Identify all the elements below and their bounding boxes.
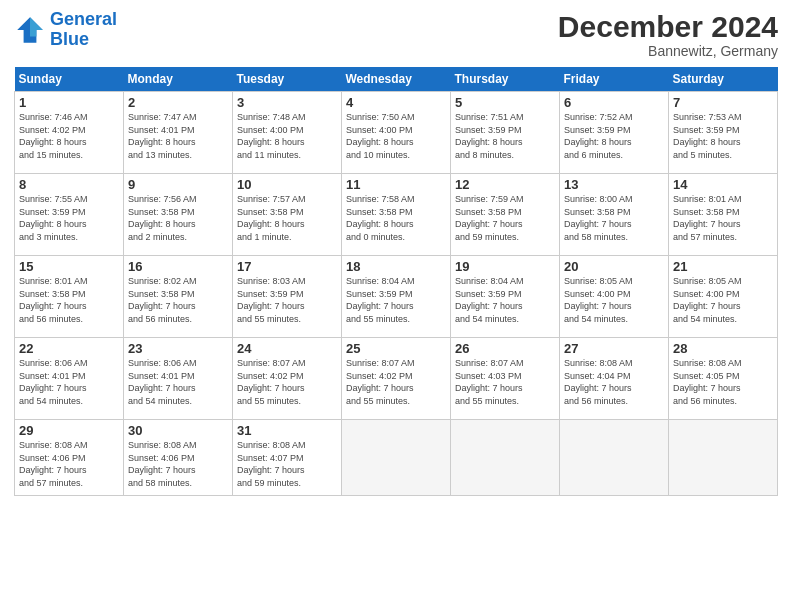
day-info: Sunrise: 7:52 AMSunset: 3:59 PMDaylight:… <box>564 111 664 161</box>
day-info: Sunrise: 8:05 AMSunset: 4:00 PMDaylight:… <box>673 275 773 325</box>
logo: General Blue <box>14 10 117 50</box>
day-cell: 25Sunrise: 8:07 AMSunset: 4:02 PMDayligh… <box>342 338 451 420</box>
day-cell: 8Sunrise: 7:55 AMSunset: 3:59 PMDaylight… <box>15 174 124 256</box>
day-number: 16 <box>128 259 228 274</box>
day-info: Sunrise: 8:06 AMSunset: 4:01 PMDaylight:… <box>128 357 228 407</box>
day-cell: 23Sunrise: 8:06 AMSunset: 4:01 PMDayligh… <box>124 338 233 420</box>
day-cell: 21Sunrise: 8:05 AMSunset: 4:00 PMDayligh… <box>669 256 778 338</box>
location: Bannewitz, Germany <box>558 43 778 59</box>
day-cell <box>342 420 451 496</box>
title-block: December 2024 Bannewitz, Germany <box>558 10 778 59</box>
day-cell: 1Sunrise: 7:46 AMSunset: 4:02 PMDaylight… <box>15 92 124 174</box>
day-cell: 10Sunrise: 7:57 AMSunset: 3:58 PMDayligh… <box>233 174 342 256</box>
day-info: Sunrise: 8:07 AMSunset: 4:02 PMDaylight:… <box>346 357 446 407</box>
day-cell: 24Sunrise: 8:07 AMSunset: 4:02 PMDayligh… <box>233 338 342 420</box>
day-cell: 19Sunrise: 8:04 AMSunset: 3:59 PMDayligh… <box>451 256 560 338</box>
day-cell <box>560 420 669 496</box>
day-info: Sunrise: 7:56 AMSunset: 3:58 PMDaylight:… <box>128 193 228 243</box>
day-info: Sunrise: 8:02 AMSunset: 3:58 PMDaylight:… <box>128 275 228 325</box>
day-info: Sunrise: 8:08 AMSunset: 4:06 PMDaylight:… <box>128 439 228 489</box>
day-info: Sunrise: 7:59 AMSunset: 3:58 PMDaylight:… <box>455 193 555 243</box>
day-info: Sunrise: 8:07 AMSunset: 4:02 PMDaylight:… <box>237 357 337 407</box>
day-cell: 13Sunrise: 8:00 AMSunset: 3:58 PMDayligh… <box>560 174 669 256</box>
day-number: 11 <box>346 177 446 192</box>
day-number: 25 <box>346 341 446 356</box>
col-friday: Friday <box>560 67 669 92</box>
day-cell: 16Sunrise: 8:02 AMSunset: 3:58 PMDayligh… <box>124 256 233 338</box>
day-cell: 4Sunrise: 7:50 AMSunset: 4:00 PMDaylight… <box>342 92 451 174</box>
day-cell: 20Sunrise: 8:05 AMSunset: 4:00 PMDayligh… <box>560 256 669 338</box>
day-number: 23 <box>128 341 228 356</box>
day-cell: 12Sunrise: 7:59 AMSunset: 3:58 PMDayligh… <box>451 174 560 256</box>
calendar-table: Sunday Monday Tuesday Wednesday Thursday… <box>14 67 778 496</box>
day-cell: 18Sunrise: 8:04 AMSunset: 3:59 PMDayligh… <box>342 256 451 338</box>
day-number: 8 <box>19 177 119 192</box>
day-info: Sunrise: 8:08 AMSunset: 4:04 PMDaylight:… <box>564 357 664 407</box>
header: General Blue December 2024 Bannewitz, Ge… <box>14 10 778 59</box>
day-info: Sunrise: 8:08 AMSunset: 4:05 PMDaylight:… <box>673 357 773 407</box>
day-cell: 27Sunrise: 8:08 AMSunset: 4:04 PMDayligh… <box>560 338 669 420</box>
day-info: Sunrise: 7:51 AMSunset: 3:59 PMDaylight:… <box>455 111 555 161</box>
col-thursday: Thursday <box>451 67 560 92</box>
day-info: Sunrise: 8:05 AMSunset: 4:00 PMDaylight:… <box>564 275 664 325</box>
day-number: 19 <box>455 259 555 274</box>
day-info: Sunrise: 8:08 AMSunset: 4:07 PMDaylight:… <box>237 439 337 489</box>
day-cell: 29Sunrise: 8:08 AMSunset: 4:06 PMDayligh… <box>15 420 124 496</box>
svg-marker-1 <box>30 17 43 36</box>
day-cell: 2Sunrise: 7:47 AMSunset: 4:01 PMDaylight… <box>124 92 233 174</box>
day-info: Sunrise: 8:04 AMSunset: 3:59 PMDaylight:… <box>346 275 446 325</box>
day-cell: 30Sunrise: 8:08 AMSunset: 4:06 PMDayligh… <box>124 420 233 496</box>
day-number: 4 <box>346 95 446 110</box>
col-monday: Monday <box>124 67 233 92</box>
day-info: Sunrise: 7:53 AMSunset: 3:59 PMDaylight:… <box>673 111 773 161</box>
week-row: 22Sunrise: 8:06 AMSunset: 4:01 PMDayligh… <box>15 338 778 420</box>
day-number: 6 <box>564 95 664 110</box>
day-number: 7 <box>673 95 773 110</box>
day-number: 2 <box>128 95 228 110</box>
day-info: Sunrise: 8:04 AMSunset: 3:59 PMDaylight:… <box>455 275 555 325</box>
week-row: 15Sunrise: 8:01 AMSunset: 3:58 PMDayligh… <box>15 256 778 338</box>
day-cell: 6Sunrise: 7:52 AMSunset: 3:59 PMDaylight… <box>560 92 669 174</box>
day-number: 12 <box>455 177 555 192</box>
day-info: Sunrise: 8:01 AMSunset: 3:58 PMDaylight:… <box>673 193 773 243</box>
header-row: Sunday Monday Tuesday Wednesday Thursday… <box>15 67 778 92</box>
day-cell: 26Sunrise: 8:07 AMSunset: 4:03 PMDayligh… <box>451 338 560 420</box>
day-number: 1 <box>19 95 119 110</box>
day-info: Sunrise: 7:50 AMSunset: 4:00 PMDaylight:… <box>346 111 446 161</box>
col-wednesday: Wednesday <box>342 67 451 92</box>
day-cell: 28Sunrise: 8:08 AMSunset: 4:05 PMDayligh… <box>669 338 778 420</box>
day-cell: 11Sunrise: 7:58 AMSunset: 3:58 PMDayligh… <box>342 174 451 256</box>
day-info: Sunrise: 8:06 AMSunset: 4:01 PMDaylight:… <box>19 357 119 407</box>
logo-text: General Blue <box>50 10 117 50</box>
day-cell: 9Sunrise: 7:56 AMSunset: 3:58 PMDaylight… <box>124 174 233 256</box>
col-tuesday: Tuesday <box>233 67 342 92</box>
day-number: 21 <box>673 259 773 274</box>
day-number: 3 <box>237 95 337 110</box>
col-sunday: Sunday <box>15 67 124 92</box>
day-number: 9 <box>128 177 228 192</box>
day-cell: 17Sunrise: 8:03 AMSunset: 3:59 PMDayligh… <box>233 256 342 338</box>
day-cell <box>669 420 778 496</box>
week-row: 29Sunrise: 8:08 AMSunset: 4:06 PMDayligh… <box>15 420 778 496</box>
day-number: 20 <box>564 259 664 274</box>
day-number: 17 <box>237 259 337 274</box>
day-cell: 22Sunrise: 8:06 AMSunset: 4:01 PMDayligh… <box>15 338 124 420</box>
day-number: 30 <box>128 423 228 438</box>
day-info: Sunrise: 8:03 AMSunset: 3:59 PMDaylight:… <box>237 275 337 325</box>
week-row: 8Sunrise: 7:55 AMSunset: 3:59 PMDaylight… <box>15 174 778 256</box>
day-info: Sunrise: 7:46 AMSunset: 4:02 PMDaylight:… <box>19 111 119 161</box>
day-info: Sunrise: 7:58 AMSunset: 3:58 PMDaylight:… <box>346 193 446 243</box>
day-number: 29 <box>19 423 119 438</box>
page-container: General Blue December 2024 Bannewitz, Ge… <box>0 0 792 502</box>
day-cell: 15Sunrise: 8:01 AMSunset: 3:58 PMDayligh… <box>15 256 124 338</box>
day-info: Sunrise: 7:55 AMSunset: 3:59 PMDaylight:… <box>19 193 119 243</box>
day-cell: 7Sunrise: 7:53 AMSunset: 3:59 PMDaylight… <box>669 92 778 174</box>
day-info: Sunrise: 8:07 AMSunset: 4:03 PMDaylight:… <box>455 357 555 407</box>
day-number: 24 <box>237 341 337 356</box>
day-number: 5 <box>455 95 555 110</box>
day-number: 18 <box>346 259 446 274</box>
day-number: 22 <box>19 341 119 356</box>
day-cell: 31Sunrise: 8:08 AMSunset: 4:07 PMDayligh… <box>233 420 342 496</box>
day-number: 28 <box>673 341 773 356</box>
day-info: Sunrise: 7:48 AMSunset: 4:00 PMDaylight:… <box>237 111 337 161</box>
